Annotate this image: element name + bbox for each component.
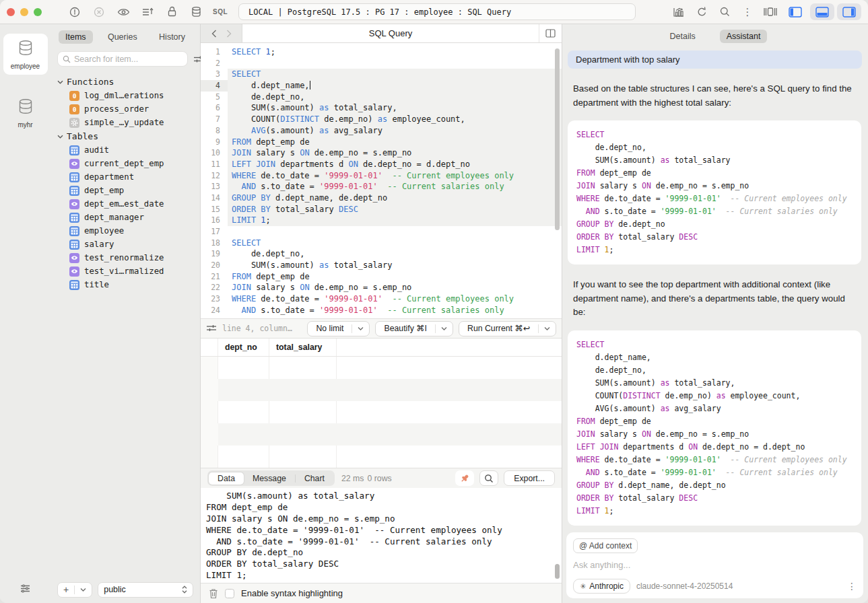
tab-items[interactable]: Items <box>59 30 93 44</box>
add-context-chip[interactable]: @ Add context <box>573 538 638 553</box>
add-item-chevron-icon[interactable] <box>75 588 92 592</box>
add-item-button[interactable]: + <box>57 582 92 598</box>
tree-item-process_order[interactable]: 0process_order <box>57 102 196 116</box>
results-row[interactable] <box>201 446 562 468</box>
conversation-title-banner[interactable]: Department with top salary <box>568 50 862 69</box>
editor-tab-sql-query[interactable]: SQL Query <box>242 24 539 42</box>
more-options-icon[interactable]: ⋮ <box>737 3 758 21</box>
run-current-button[interactable]: Run Current ⌘↩ <box>459 321 556 336</box>
output-tab-chart[interactable]: Chart <box>296 472 333 485</box>
results-row[interactable] <box>201 423 562 446</box>
assistant-composer[interactable]: @ Add context ✳ Anthropic claude-sonnet-… <box>566 532 863 598</box>
syntax-highlighting-checkbox[interactable] <box>225 589 234 598</box>
line-number: 21 <box>201 271 228 283</box>
minimize-window-button[interactable] <box>20 8 28 16</box>
results-row[interactable] <box>201 401 562 423</box>
preview-eye-icon[interactable] <box>113 3 133 21</box>
results-row[interactable] <box>201 379 562 401</box>
commit-list-icon[interactable] <box>137 3 158 21</box>
toggle-left-panel-button[interactable] <box>783 3 807 20</box>
center-panel-icon[interactable] <box>760 3 780 21</box>
search-icon[interactable] <box>714 3 735 21</box>
beautify-button[interactable]: Beautify ⌘I <box>375 321 453 336</box>
output-tab-message[interactable]: Message <box>244 472 295 485</box>
clear-log-trash-icon[interactable] <box>209 588 218 599</box>
item-search-input[interactable] <box>74 55 182 64</box>
database-cylinder-icon <box>17 98 34 117</box>
tableplus-window: SQL LOCAL | PostgreSQL 17.5 : PG 17 : em… <box>0 0 868 603</box>
connection-icon[interactable] <box>65 3 85 21</box>
column-header-dept-no[interactable]: dept_no <box>218 339 269 356</box>
code-line: COUNT(DISTINCT de.emp_no) as employee_co… <box>576 390 853 402</box>
editor-settings-icon[interactable] <box>206 324 217 333</box>
connection-myhr[interactable]: myhr <box>3 92 48 133</box>
ask-anything-input[interactable] <box>573 560 857 570</box>
sql-editor[interactable]: 1SELECT 1;23SELECT4 d.dept_name,5 de.dep… <box>201 43 562 318</box>
editor-scrollbar[interactable] <box>555 48 560 230</box>
tree-item-label: dept_emp <box>84 186 124 195</box>
tree-item-department[interactable]: department <box>57 170 196 184</box>
tree-section-tables[interactable]: Tables <box>57 129 196 143</box>
toggle-right-panel-button[interactable] <box>837 3 861 20</box>
text-cursor <box>310 81 311 90</box>
toggle-bottom-panel-button[interactable] <box>810 3 834 20</box>
close-window-button[interactable] <box>7 8 15 16</box>
composer-more-icon[interactable]: ⋮ <box>847 581 857 592</box>
assistant-content[interactable]: Department with top salary Based on the … <box>562 44 868 527</box>
disconnect-icon <box>89 3 109 21</box>
column-header-total-salary[interactable]: total_salary <box>269 339 337 356</box>
assistant-code-block-2: SELECT d.dept_name, de.dept_no, SUM(s.am… <box>568 330 861 526</box>
tree-item-dept_emp[interactable]: dept_emp <box>57 184 196 197</box>
refresh-icon[interactable] <box>692 3 712 21</box>
pin-results-button[interactable] <box>455 470 474 486</box>
log-bottom-bar: Enable syntax highlighting <box>201 583 562 603</box>
tab-assistant[interactable]: Assistant <box>720 30 768 43</box>
tree-item-current_dept_emp[interactable]: current_dept_emp <box>57 157 196 170</box>
code-line: FROM dept_emp de <box>576 415 853 428</box>
tree-item-log_dmlerations[interactable]: 0log_dml…erations <box>57 89 196 102</box>
editor-line-5: 5 de.dept_no, <box>201 92 562 103</box>
lock-icon[interactable] <box>162 3 182 21</box>
tab-details[interactable]: Details <box>663 30 702 43</box>
provider-chip[interactable]: ✳ Anthropic <box>573 579 630 594</box>
sidebar-bottom-bar: + public <box>51 580 200 603</box>
split-editor-icon[interactable] <box>539 24 562 42</box>
schema-select[interactable]: public <box>98 582 193 598</box>
window-body: employeemyhr Items Queries History <box>0 24 868 603</box>
tree-item-title[interactable]: title <box>57 278 196 291</box>
results-grid[interactable]: dept_no total_salary <box>201 339 562 468</box>
query-log-pane[interactable]: SUM(s.amount) as total_salaryFROM dept_e… <box>201 488 562 583</box>
code-line: WHERE de.to_date = '9999-01-01' -- Curre… <box>576 454 853 466</box>
connection-employee[interactable]: employee <box>3 34 48 75</box>
chart-icon[interactable] <box>669 3 689 21</box>
search-results-button[interactable] <box>479 470 498 486</box>
export-button[interactable]: Export... <box>504 470 555 486</box>
code-line: SELECT <box>576 339 853 351</box>
tab-queries[interactable]: Queries <box>101 30 144 44</box>
add-item-plus[interactable]: + <box>58 584 74 595</box>
tab-history[interactable]: History <box>152 30 192 44</box>
tree-section-functions[interactable]: Functions <box>57 75 196 89</box>
tree-item-test_virmalized[interactable]: test_vi…rmalized <box>57 264 196 278</box>
schema-select-value: public <box>104 585 126 594</box>
editor-line-7: 7 COUNT(DISTINCT de.emp_no) as employee_… <box>201 114 562 125</box>
tree-item-simple_y_update[interactable]: simple_…y_update <box>57 116 196 129</box>
rail-settings-icon[interactable] <box>20 583 31 596</box>
tree-item-test_renormalize[interactable]: test_renormalize <box>57 251 196 264</box>
tab-back-icon[interactable] <box>211 30 217 38</box>
item-search-box[interactable] <box>57 51 188 67</box>
zoom-window-button[interactable] <box>34 8 42 16</box>
log-scrollbar[interactable] <box>555 564 560 579</box>
connection-breadcrumb[interactable]: LOCAL | PostgreSQL 17.5 : PG 17 : employ… <box>238 3 636 20</box>
tree-item-dept_manager[interactable]: dept_manager <box>57 211 196 224</box>
tree-item-salary[interactable]: salary <box>57 238 196 251</box>
tree-item-audit[interactable]: audit <box>57 143 196 157</box>
results-row[interactable] <box>201 357 562 379</box>
row-limit-dropdown[interactable]: No limit <box>307 321 370 336</box>
tree-item-dept_emest_date[interactable]: dept_em…est_date <box>57 197 196 211</box>
database-icon[interactable] <box>186 3 206 21</box>
tree-item-employee[interactable]: employee <box>57 224 196 238</box>
tab-forward-icon[interactable] <box>226 30 232 38</box>
line-number: 11 <box>201 159 228 170</box>
output-tab-data[interactable]: Data <box>209 472 244 485</box>
